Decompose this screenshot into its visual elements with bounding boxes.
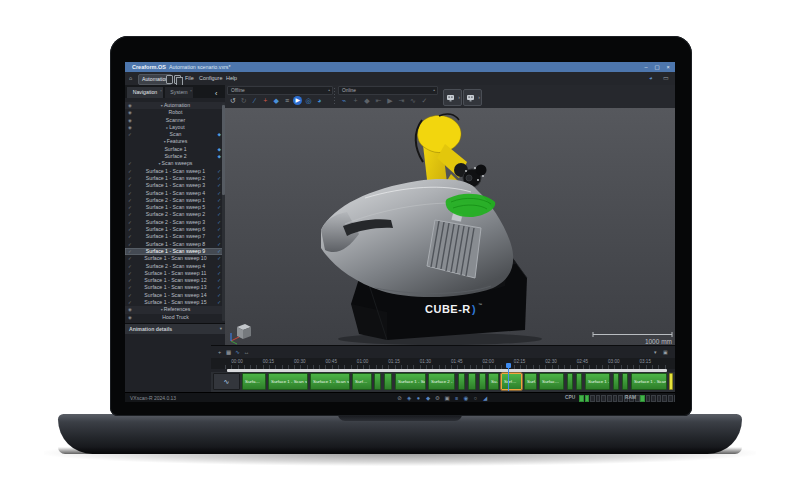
- scan-sweep-block[interactable]: [567, 373, 573, 390]
- maximize-button[interactable]: ▢: [652, 62, 662, 72]
- scan-sweep-block[interactable]: [384, 373, 392, 390]
- check-icon[interactable]: ✓: [217, 248, 221, 255]
- tree-item[interactable]: ◉▸Layout: [125, 124, 225, 131]
- check-icon[interactable]: ✓: [217, 226, 221, 233]
- tree-item[interactable]: ✓Surface 1 - Scan sweep 11✓: [125, 270, 225, 277]
- scan-sweep-block[interactable]: [479, 373, 486, 390]
- new-document-icon[interactable]: [166, 75, 173, 84]
- tree-item[interactable]: ✓Scan◆: [125, 131, 225, 138]
- visibility-check-icon[interactable]: ✓: [128, 255, 132, 262]
- menu-item-help[interactable]: Help: [226, 72, 237, 85]
- visibility-check-icon[interactable]: ✓: [128, 277, 132, 284]
- fit-range-icon[interactable]: ↔: [242, 347, 251, 357]
- tree-item[interactable]: ✓Surface 2 - Scan sweep 2✓: [125, 211, 225, 218]
- tree-item[interactable]: ◉Robot: [125, 109, 225, 116]
- visibility-check-icon[interactable]: ✓: [128, 175, 132, 182]
- tree-item[interactable]: ✓Surface 2 - Scan sweep 1✓: [125, 197, 225, 204]
- home-icon[interactable]: ⌂: [129, 72, 132, 85]
- menu-item-configure[interactable]: Configure: [199, 72, 222, 85]
- visibility-check-icon[interactable]: ✓: [128, 197, 132, 204]
- visibility-check-icon[interactable]: ✓: [128, 226, 132, 233]
- collapse-group-icon[interactable]: ▴: [433, 87, 435, 94]
- check-icon[interactable]: ✓: [217, 197, 221, 204]
- collapse-group-icon[interactable]: ▴: [328, 87, 330, 94]
- tab-close-icon[interactable]: ×: [160, 86, 162, 97]
- scan-sweep-block[interactable]: Surfa…: [242, 373, 266, 390]
- scan-sweep-block[interactable]: Surface 2 - Sc…: [428, 373, 455, 390]
- collapse-panel-icon[interactable]: ‹: [215, 90, 217, 97]
- tree-item[interactable]: ✓Surface 2 - Scan sweep 3✓: [125, 219, 225, 226]
- check-icon[interactable]: ✓: [217, 284, 221, 291]
- tree-item[interactable]: ◉▾Automation: [125, 102, 225, 109]
- scanner-pose-icon[interactable]: ◆: [271, 94, 281, 107]
- pin-timeline-icon[interactable]: ▣: [663, 347, 668, 357]
- visibility-check-icon[interactable]: ✓: [128, 204, 132, 211]
- path-icon[interactable]: ∿: [408, 94, 418, 107]
- visibility-check-icon[interactable]: ✓: [128, 182, 132, 189]
- visibility-check-icon[interactable]: ✓: [128, 248, 132, 255]
- tree-item[interactable]: ✓Surface 1 - Scan sweep 2✓: [125, 175, 225, 182]
- list-status-icon[interactable]: ≡: [452, 393, 461, 402]
- eye-icon[interactable]: ◉: [128, 314, 132, 321]
- tree-item[interactable]: ✓Surface 2 - Scan sweep 4✓: [125, 263, 225, 270]
- visibility-check-icon[interactable]: ✓: [128, 241, 132, 248]
- visibility-check-icon[interactable]: ✓: [128, 168, 132, 175]
- scanner-icon[interactable]: ◆: [217, 146, 221, 153]
- robot-connect-icon[interactable]: ⌁: [339, 94, 349, 107]
- visibility-check-icon[interactable]: ✓: [128, 131, 132, 138]
- viewport-3d[interactable]: CUBE-R ) ™ 1000 mm: [225, 108, 675, 345]
- scan-sweep-block[interactable]: Surface 1 - Scan s…: [631, 373, 667, 390]
- record-status-icon[interactable]: ◉: [462, 393, 471, 402]
- display-icon[interactable]: ▭: [663, 72, 669, 85]
- expander-icon[interactable]: ▾: [161, 307, 163, 312]
- timeline-ruler[interactable]: 00:0000:1500:3000:4501:0001:1501:3001:45…: [211, 358, 675, 369]
- expander-icon[interactable]: ▾: [159, 161, 161, 166]
- tree-item[interactable]: ✓Surface 1 - Scan sweep 7✓: [125, 233, 225, 240]
- add-keyframe-icon[interactable]: +: [215, 347, 224, 357]
- visibility-check-icon[interactable]: ✓: [128, 190, 132, 197]
- close-button[interactable]: ×: [663, 62, 673, 72]
- scan-sweep-block[interactable]: [622, 373, 628, 390]
- validate-icon[interactable]: ✓: [420, 94, 430, 107]
- scan-sweep-block[interactable]: Surf…: [524, 373, 537, 390]
- tab-system[interactable]: System ×: [165, 87, 193, 98]
- visibility-check-icon[interactable]: ✓: [128, 211, 132, 218]
- expander-icon[interactable]: ▸: [166, 125, 168, 130]
- expander-icon[interactable]: ▾: [161, 103, 163, 108]
- scan-sweep-block[interactable]: [576, 373, 582, 390]
- minimize-button[interactable]: –: [641, 62, 651, 72]
- settings-status-icon[interactable]: ⚙: [433, 393, 442, 402]
- tree-item[interactable]: ✓Surface 1 - Scan sweep 10✓: [125, 255, 225, 262]
- dot-status-icon[interactable]: ●: [414, 393, 423, 402]
- tree-item[interactable]: ▾Features: [125, 138, 225, 145]
- grid-icon[interactable]: ▦: [224, 347, 233, 357]
- check-icon[interactable]: ✓: [217, 175, 221, 182]
- minimize-timeline-icon[interactable]: ▾: [654, 347, 657, 357]
- tree-item[interactable]: ✓Surface 1 - Scan sweep 4✓: [125, 190, 225, 197]
- scan-sweep-block[interactable]: [613, 373, 619, 390]
- scan-sweep-block[interactable]: [374, 373, 381, 390]
- tab-navigation[interactable]: Navigation ×: [127, 87, 163, 98]
- robot-frame-icon[interactable]: +: [351, 94, 361, 107]
- scan-sweep-block[interactable]: Surface 1 -…: [585, 373, 610, 390]
- sphere-icon[interactable]: ◕: [314, 94, 324, 107]
- visibility-check-icon[interactable]: ✓: [128, 263, 132, 270]
- scan-sweep-block[interactable]: Surf…: [501, 373, 522, 390]
- visibility-check-icon[interactable]: ✓: [128, 292, 132, 299]
- undo-icon[interactable]: ↺: [228, 94, 238, 107]
- tree-item[interactable]: ✓Surface 1 - Scan sweep 1✓: [125, 168, 225, 175]
- eye-icon[interactable]: ◉: [128, 109, 132, 116]
- tree-item[interactable]: ◉▾References: [125, 306, 225, 313]
- timeline-track[interactable]: ∿Surfa…Surface 1 - Scan swe…Surface 1 - …: [211, 372, 675, 393]
- step-forward-icon[interactable]: ⇥: [397, 94, 407, 107]
- check-icon[interactable]: ✓: [217, 241, 221, 248]
- chevron-down-icon[interactable]: ▾: [220, 324, 222, 334]
- tree-item[interactable]: ✓Surface 1 - Scan sweep 6✓: [125, 226, 225, 233]
- scan-sweep-block[interactable]: Surf…: [352, 373, 372, 390]
- robot-program-button[interactable]: ›: [443, 89, 462, 106]
- visibility-check-icon[interactable]: ✓: [128, 233, 132, 240]
- redo-icon[interactable]: ↻: [239, 94, 249, 107]
- tree-item[interactable]: ✓Surface 1 - Scan sweep 9✓: [125, 248, 225, 255]
- tree-item[interactable]: Surface 2◆: [125, 153, 225, 160]
- tree-item[interactable]: ✓Surface 1 - Scan sweep 13✓: [125, 284, 225, 291]
